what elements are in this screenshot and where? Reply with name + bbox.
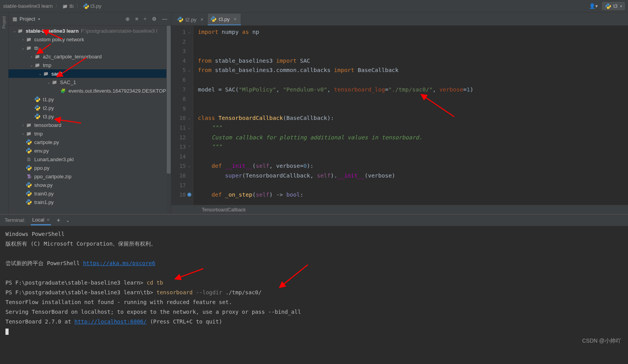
- override-gutter-icon[interactable]: [187, 193, 191, 197]
- pkl-file-icon: 🗎: [26, 156, 32, 162]
- breadcrumb-folder[interactable]: tb: [62, 3, 74, 9]
- tree-file-t3[interactable]: t3.py: [9, 112, 171, 121]
- folder-icon: [26, 36, 32, 42]
- project-tree[interactable]: ⌄ stable-baseline3 learn F:\postgraduate…: [9, 26, 171, 214]
- project-panel-title[interactable]: ▦ Project: [12, 16, 40, 22]
- close-icon[interactable]: ×: [200, 16, 203, 23]
- tree-file[interactable]: 🗎LunarLander3.pkl: [9, 155, 171, 164]
- scrollbar[interactable]: [166, 26, 171, 214]
- new-terminal-button[interactable]: +: [56, 217, 60, 224]
- tree-file[interactable]: cartpole.py: [9, 138, 171, 146]
- tree-file-t1[interactable]: t1.py: [9, 95, 171, 104]
- tree-file[interactable]: events.out.tfevents.1647923429.DESKTOP-: [9, 86, 171, 95]
- breadcrumb-file[interactable]: t3.py: [83, 3, 101, 9]
- editor-breadcrumb[interactable]: TensorboardCallback: [171, 205, 628, 214]
- folder-icon: [17, 28, 23, 34]
- tree-file[interactable]: show.py: [9, 181, 171, 189]
- editor-area: t2.py× t3.py× 12345678910111213141516171…: [171, 12, 628, 214]
- tree-folder[interactable]: ›tmp: [9, 129, 171, 138]
- python-file-icon: [26, 139, 32, 145]
- terminal-output[interactable]: Windows PowerShell 版权所有 (C) Microsoft Co…: [0, 226, 628, 364]
- zip-file-icon: [26, 173, 32, 179]
- tab-t3[interactable]: t3.py×: [208, 14, 241, 25]
- folder-icon: [51, 79, 58, 85]
- close-icon[interactable]: ×: [47, 217, 50, 223]
- editor-tabs: t2.py× t3.py×: [171, 12, 628, 26]
- gear-icon[interactable]: ⚙: [152, 16, 157, 22]
- python-file-icon: [26, 199, 32, 205]
- breadcrumb-root[interactable]: stable-baseline3 learn: [3, 3, 53, 9]
- folder-icon: [26, 45, 32, 51]
- tree-file-t2[interactable]: t2.py: [9, 104, 171, 112]
- tensorboard-url-link[interactable]: http://localhost:6006/: [74, 318, 146, 325]
- user-icon[interactable]: 👤▾: [589, 3, 598, 9]
- chevron-right-icon: 〉: [76, 3, 81, 10]
- python-file-icon: [34, 113, 41, 120]
- project-tool-window: ▦ Project ⊕ ≡ ÷ ⚙ — ⌄ stable-baseline3 l…: [9, 12, 171, 214]
- events-file-icon: [60, 88, 66, 94]
- python-file-icon: [26, 190, 32, 197]
- folder-icon: [62, 3, 68, 9]
- tree-file[interactable]: ppo.py: [9, 164, 171, 172]
- tree-file[interactable]: env.py: [9, 146, 171, 155]
- folder-icon: [26, 130, 32, 137]
- run-config-label: t3: [613, 3, 617, 9]
- breadcrumb-bar: stable-baseline3 learn 〉 tb 〉 t3.py 👤▾ t…: [0, 0, 628, 12]
- chevron-right-icon: 〉: [55, 3, 60, 10]
- python-file-icon: [211, 16, 216, 22]
- tree-folder[interactable]: ›a2c_cartpole_tensorboard: [9, 52, 171, 61]
- tree-folder-tb[interactable]: ⌄tb: [9, 44, 171, 52]
- tab-t2[interactable]: t2.py×: [175, 14, 208, 25]
- python-file-icon: [26, 148, 32, 154]
- folder-icon: [43, 70, 49, 77]
- terminal-tool-window: Terminal: Local× + ⌄ Windows PowerShell …: [0, 214, 628, 364]
- folder-icon: [34, 62, 41, 68]
- tree-file[interactable]: train0.py: [9, 189, 171, 198]
- side-tab-project[interactable]: Project: [2, 16, 6, 28]
- collapse-icon[interactable]: ÷: [144, 16, 146, 22]
- code-editor[interactable]: import numpy as np from stable_baselines…: [193, 26, 628, 205]
- python-file-icon: [34, 96, 41, 102]
- close-icon[interactable]: ×: [234, 16, 237, 22]
- side-tab-bar: Project: [0, 12, 9, 214]
- chevron-down-icon[interactable]: ⌄: [66, 218, 70, 223]
- terminal-label: Terminal:: [5, 217, 25, 223]
- tree-root[interactable]: ⌄ stable-baseline3 learn F:\postgraduate…: [9, 26, 171, 35]
- python-file-icon: [26, 182, 32, 188]
- python-file-icon: [178, 17, 183, 22]
- python-file-icon: [34, 105, 41, 111]
- folder-icon: [34, 53, 41, 60]
- terminal-cursor: [5, 329, 9, 335]
- tree-folder[interactable]: ›custom policy network: [9, 35, 171, 44]
- expand-icon[interactable]: ≡: [135, 16, 138, 22]
- locate-icon[interactable]: ⊕: [125, 16, 130, 22]
- terminal-tab-local[interactable]: Local×: [31, 215, 51, 225]
- tree-folder-sac0[interactable]: ⌄sac0: [9, 69, 171, 78]
- python-file-icon: [83, 4, 89, 9]
- watermark: CSDN @小帅吖: [582, 338, 621, 345]
- tree-folder-tmp[interactable]: ⌄tmp: [9, 61, 171, 69]
- python-icon: [605, 4, 611, 9]
- tree-folder[interactable]: ›tensorboard: [9, 121, 171, 129]
- run-config-selector[interactable]: t3: [602, 2, 625, 10]
- tree-folder[interactable]: ⌄SAC_1: [9, 78, 171, 86]
- tree-file[interactable]: train1.py: [9, 198, 171, 206]
- python-file-icon: [26, 165, 32, 171]
- hide-icon[interactable]: —: [162, 16, 167, 22]
- gutter[interactable]: 123456789101112131415161718 ⌄ ⌄ ⌄ ⌄ ⌄ ⌄: [171, 26, 193, 205]
- folder-icon: [26, 122, 32, 128]
- tree-file[interactable]: ppo_cartpole.zip: [9, 172, 171, 181]
- pscore6-link[interactable]: https://aka.ms/pscore6: [83, 260, 155, 266]
- breadcrumb[interactable]: stable-baseline3 learn 〉 tb 〉 t3.py: [3, 3, 101, 10]
